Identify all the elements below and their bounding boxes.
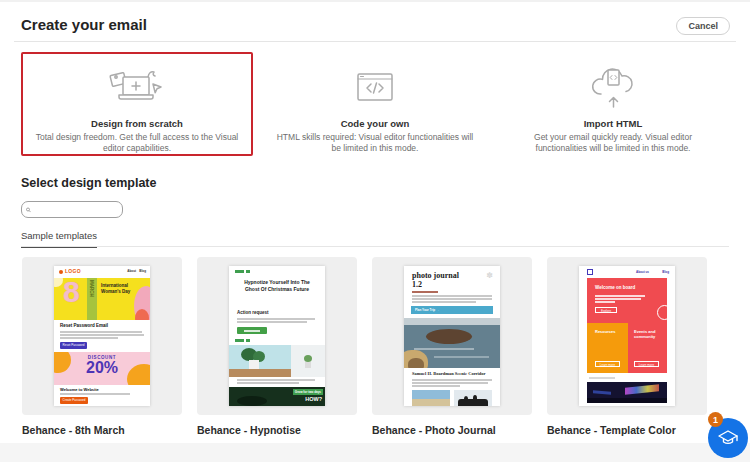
- decorative-tag: [246, 270, 250, 273]
- template-name: Behance - 8th March: [22, 424, 182, 436]
- placeholder-text-line: [412, 379, 492, 381]
- placeholder-text-line: [412, 301, 476, 303]
- thumb-orange-block: Resources Learn more: [587, 323, 628, 373]
- template-thumbnail-hypnotise: Hypnotize Yourself Into The Ghost Of Chr…: [229, 266, 325, 406]
- plant-dish: [237, 396, 267, 406]
- graduation-cap-icon: [717, 428, 739, 448]
- thumb-create-button: Create Password: [60, 397, 88, 404]
- thumb-article-title: Samuel H. Boardman Scenic Corridor: [412, 371, 494, 376]
- option-description: Get your email quickly ready. Visual edi…: [509, 132, 717, 154]
- silhouettes: [473, 395, 477, 401]
- placeholder-text-line: [237, 379, 315, 381]
- thumb-bottom-photo: Grow for two days HOW?: [229, 387, 325, 406]
- thumb-nav-blog: Blog: [662, 270, 669, 274]
- select-design-template-title: Select design template: [21, 176, 156, 190]
- placeholder-text-line: [412, 385, 460, 387]
- decorative-shape: [54, 278, 63, 287]
- option-import-html[interactable]: Import HTML Get your email quickly ready…: [497, 52, 729, 156]
- placeholder-text-line: [595, 301, 615, 303]
- thumb-logo-square: [587, 269, 593, 275]
- neon-streak: [625, 384, 659, 395]
- plant-foliage: [304, 355, 312, 362]
- placeholder-text-line: [595, 295, 645, 297]
- placeholder-text-line: [60, 337, 118, 339]
- template-thumbnail-photo-journal: photo journal 1.2 ✽ Plan Your Trip → Sam…: [404, 266, 500, 406]
- thumb-logo: LOGO: [65, 268, 81, 274]
- thumb-march-label: MARCH: [89, 280, 94, 297]
- page-title: Create your email: [21, 16, 147, 33]
- clock-doodle-icon: [657, 305, 667, 320]
- thumb-title: photo journal 1.2: [412, 271, 460, 289]
- decorative-tag: [235, 270, 244, 273]
- decorative-shape: [135, 309, 149, 320]
- assistant-button[interactable]: 1: [708, 418, 748, 458]
- plant-pot: [305, 362, 311, 368]
- decorative-tag: [235, 339, 244, 342]
- thumb-big-8: 8: [63, 278, 80, 309]
- option-description: HTML skills required: Visual editor func…: [271, 132, 479, 154]
- island: [426, 329, 472, 344]
- template-card-hypnotise[interactable]: Hypnotize Yourself Into The Ghost Of Chr…: [197, 257, 357, 436]
- sky: [404, 318, 500, 325]
- option-code-your-own[interactable]: Code your own HTML skills required: Visu…: [259, 52, 491, 156]
- template-thumbnail-frame: About us Blog Welcome on board Explore R…: [547, 257, 707, 415]
- thumb-events-title: Events and community: [634, 329, 662, 339]
- decorative-tag: [246, 339, 250, 342]
- placeholder-text-line: [412, 295, 492, 297]
- thumb-discount-value: 20%: [54, 359, 150, 377]
- template-thumbnail-8th-march: LOGO About Blog 8 MARCH International Wo…: [54, 266, 150, 406]
- thumb-nav-about: About: [127, 269, 136, 273]
- template-grid: LOGO About Blog 8 MARCH International Wo…: [22, 257, 707, 436]
- assistant-notification-badge: 1: [708, 412, 723, 427]
- wood-table: [229, 369, 291, 377]
- thumb-headline: Hypnotize Yourself Into The Ghost Of Chr…: [239, 279, 315, 293]
- thumb-hero: 8 MARCH International Woman's Day: [54, 278, 150, 320]
- template-name: Behance - Photo Journal: [372, 424, 532, 436]
- bottom-strip: [0, 443, 750, 462]
- thumb-cta-bar: Plan Your Trip →: [411, 306, 493, 314]
- thumb-learn-more-button: Learn more: [595, 361, 620, 367]
- search-input[interactable]: [34, 204, 118, 216]
- wave-foam: [434, 356, 489, 358]
- template-card-template-color[interactable]: About us Blog Welcome on board Explore R…: [547, 257, 707, 436]
- thumb-red-block: Welcome on board Explore Resources Learn…: [587, 278, 667, 373]
- thumb-nav-about: About us: [636, 270, 649, 274]
- option-design-from-scratch[interactable]: Design from scratch Total design freedom…: [21, 52, 253, 156]
- thumb-explore-button: Explore: [595, 307, 617, 313]
- search-icon: [26, 205, 31, 215]
- placeholder-button-label: [244, 330, 260, 332]
- thumb-discount-banner: DISCOUNT 20%: [54, 352, 150, 385]
- thumb-subheading: Action request: [237, 310, 269, 315]
- placeholder-text-line: [237, 318, 315, 320]
- tabs-divider: [21, 246, 729, 247]
- template-thumbnail-frame: Hypnotize Yourself Into The Ghost Of Chr…: [197, 257, 357, 415]
- cloud-upload-icon: [588, 62, 638, 114]
- placeholder-text-line: [60, 393, 130, 395]
- wave-foam: [414, 348, 474, 350]
- thumb-reset-button: Reset Password: [60, 342, 87, 349]
- cancel-button[interactable]: Cancel: [676, 17, 730, 35]
- placeholder-text-line: [60, 331, 142, 333]
- template-search[interactable]: [21, 201, 123, 218]
- placeholder-text-line: [60, 334, 144, 336]
- thumb-silhouette-photo: [454, 390, 492, 406]
- option-description: Total design freedom. Get the full acces…: [33, 132, 241, 154]
- template-card-photo-journal[interactable]: photo journal 1.2 ✽ Plan Your Trip → Sam…: [372, 257, 532, 436]
- thumb-small-plant-photo: [291, 345, 325, 377]
- stage-floor: [587, 398, 667, 403]
- template-thumbnail-frame: LOGO About Blog 8 MARCH International Wo…: [22, 257, 182, 415]
- template-card-8th-march[interactable]: LOGO About Blog 8 MARCH International Wo…: [22, 257, 182, 436]
- placeholder-text-line: [237, 321, 307, 323]
- option-title: Design from scratch: [91, 118, 183, 129]
- option-title: Code your own: [341, 118, 410, 129]
- header-divider: [14, 41, 736, 42]
- placeholder-text-line: [412, 291, 438, 293]
- template-thumbnail-frame: photo journal 1.2 ✽ Plan Your Trip → Sam…: [372, 257, 532, 415]
- thumb-concert-photo: [587, 382, 667, 403]
- placeholder-text-line: [412, 298, 492, 300]
- silhouettes: [464, 396, 468, 401]
- design-from-scratch-icon: [104, 62, 170, 114]
- template-thumbnail-template-color: About us Blog Welcome on board Explore R…: [579, 266, 675, 406]
- creation-options: Design from scratch Total design freedom…: [21, 52, 729, 156]
- flower-doodle-icon: ✽: [486, 271, 493, 280]
